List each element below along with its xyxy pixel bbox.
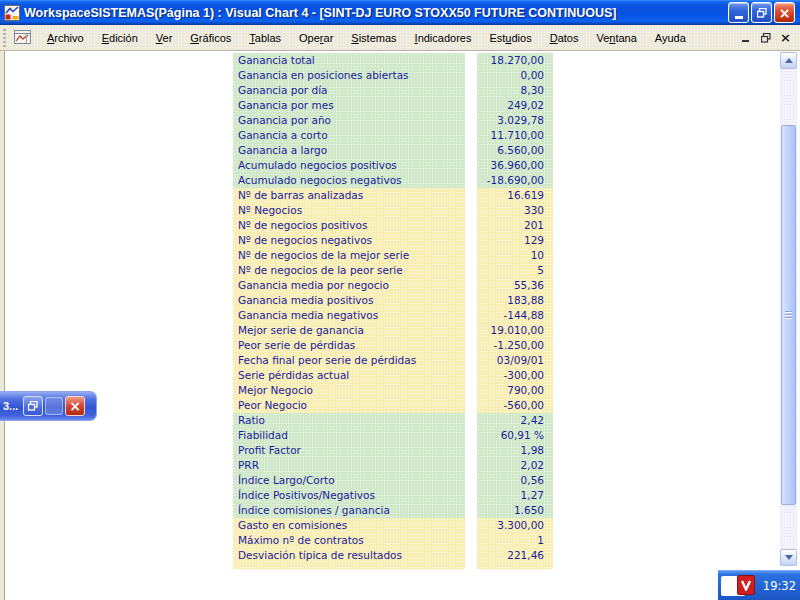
table-row: Nº de negocios de la mejor serie10 xyxy=(233,248,553,263)
table-row: Índice Positivos/Negativos1,27 xyxy=(233,488,553,503)
scrollbar-thumb[interactable] xyxy=(781,125,796,505)
stat-value: 1 xyxy=(477,533,553,548)
mdi-restore-button[interactable] xyxy=(759,31,772,44)
mdi-minimize-button[interactable] xyxy=(739,31,752,44)
table-row: Mejor Negocio790,00 xyxy=(233,383,553,398)
menu-item-ventana[interactable]: Ventana xyxy=(587,28,645,48)
stat-value: 2,02 xyxy=(477,458,553,473)
menu-bar: ArchivoEdiciónVerGráficosTablasOperarSis… xyxy=(38,28,695,48)
taskbar-clock[interactable]: 19:32 xyxy=(763,579,796,593)
document-window-icon[interactable] xyxy=(14,30,32,45)
table-row: Índice Largo/Corto0,56 xyxy=(233,473,553,488)
menu-item-datos[interactable]: Datos xyxy=(541,28,588,48)
stat-value: 0,56 xyxy=(477,473,553,488)
stat-label: Nº de negocios de la peor serie xyxy=(233,263,465,278)
window-controls: × xyxy=(728,2,795,23)
menu-item-tablas[interactable]: Tablas xyxy=(240,28,290,48)
tray-icon-visualchart[interactable] xyxy=(737,575,755,595)
table-row: Ganancia total18.270,00 xyxy=(233,53,553,68)
stat-value: 3.300,00 xyxy=(477,518,553,533)
stat-label: Ganancia por mes xyxy=(233,98,465,113)
stat-label: Desviación típica de resultados xyxy=(233,548,465,563)
column-gap xyxy=(465,68,477,83)
minimized-window-title: 3... xyxy=(3,400,21,412)
column-gap xyxy=(465,398,477,413)
scroll-down-button[interactable] xyxy=(780,549,797,566)
stat-label: Máximo nº de contratos xyxy=(233,533,465,548)
minimize-icon xyxy=(735,16,743,19)
stat-label: Índice Positivos/Negativos xyxy=(233,488,465,503)
stat-label: Ganancia en posiciones abiertas xyxy=(233,68,465,83)
column-gap xyxy=(465,113,477,128)
minimize-button[interactable] xyxy=(728,2,749,23)
close-button[interactable]: × xyxy=(774,2,795,23)
stat-value: 201 xyxy=(477,218,553,233)
stat-label: Ganancia media negativos xyxy=(233,308,465,323)
restore-icon xyxy=(757,8,767,18)
table-row: Desviación típica de resultados221,46 xyxy=(233,548,553,563)
table-row: Ganancia a largo6.560,00 xyxy=(233,143,553,158)
column-gap xyxy=(465,233,477,248)
scroll-up-button[interactable] xyxy=(780,52,797,69)
menu-item-archivo[interactable]: Archivo xyxy=(38,28,93,48)
menu-item-indicadores[interactable]: Indicadores xyxy=(406,28,481,48)
table-row: Ganancia por año3.029,78 xyxy=(233,113,553,128)
column-gap xyxy=(465,308,477,323)
table-row: Ganancia por mes249,02 xyxy=(233,98,553,113)
menu-item-sistemas[interactable]: Sistemas xyxy=(342,28,405,48)
stat-label: Acumulado negocios positivos xyxy=(233,158,465,173)
table-row: Nº Negocios330 xyxy=(233,203,553,218)
stat-label: Nº Negocios xyxy=(233,203,465,218)
menu-item-ayuda[interactable]: Ayuda xyxy=(646,28,695,48)
toolbar-gripper[interactable] xyxy=(3,29,6,47)
table-row: Índice comisiones / ganancia1.650 xyxy=(233,503,553,518)
vertical-scrollbar[interactable] xyxy=(780,52,797,566)
table-row: Ganancia media por negocio55,36 xyxy=(233,278,553,293)
menu-item-edicion[interactable]: Edición xyxy=(93,28,147,48)
stat-label: Nº de negocios de la mejor serie xyxy=(233,248,465,263)
close-icon: × xyxy=(69,399,81,413)
mdi-restore-icon xyxy=(761,33,771,43)
app-icon xyxy=(4,5,20,21)
column-gap xyxy=(465,248,477,263)
column-gap xyxy=(465,263,477,278)
menu-item-graficos[interactable]: Gráficos xyxy=(181,28,240,48)
table-row: Mejor serie de ganancia19.010,00 xyxy=(233,323,553,338)
column-gap xyxy=(465,413,477,428)
minimized-maximize-button[interactable] xyxy=(45,397,63,415)
stat-label: Acumulado negocios negativos xyxy=(233,173,465,188)
arrow-up-icon xyxy=(785,58,793,63)
column-gap xyxy=(465,83,477,98)
stat-value: 183,88 xyxy=(477,293,553,308)
column-gap xyxy=(465,563,477,569)
menu-item-estudios[interactable]: Estudios xyxy=(480,28,540,48)
stat-label: Peor serie de pérdidas xyxy=(233,338,465,353)
column-gap xyxy=(465,158,477,173)
column-gap xyxy=(465,143,477,158)
column-gap xyxy=(465,458,477,473)
stat-label xyxy=(233,563,465,569)
menu-item-operar[interactable]: Operar xyxy=(290,28,342,48)
menu-bar-container: ArchivoEdiciónVerGráficosTablasOperarSis… xyxy=(0,25,800,51)
stat-label: Índice comisiones / ganancia xyxy=(233,503,465,518)
menu-item-ver[interactable]: Ver xyxy=(147,28,182,48)
minimized-restore-button[interactable] xyxy=(23,396,43,416)
stat-label: Profit Factor xyxy=(233,443,465,458)
column-gap xyxy=(465,218,477,233)
stat-value: 36.960,00 xyxy=(477,158,553,173)
stat-label: Ganancia media por negocio xyxy=(233,278,465,293)
stat-label: Índice Largo/Corto xyxy=(233,473,465,488)
stat-label: Mejor serie de ganancia xyxy=(233,323,465,338)
table-row: Fecha final peor serie de pérdidas03/09/… xyxy=(233,353,553,368)
column-gap xyxy=(465,488,477,503)
mdi-close-button[interactable]: × xyxy=(779,31,792,44)
restore-button[interactable] xyxy=(751,2,772,23)
table-row: Ganancia media negativos-144,88 xyxy=(233,308,553,323)
table-row: Profit Factor1,98 xyxy=(233,443,553,458)
stat-label: Ganancia total xyxy=(233,53,465,68)
minimized-close-button[interactable]: × xyxy=(65,396,85,416)
minimized-window-bar: 3... × xyxy=(0,391,97,421)
stat-value: 10 xyxy=(477,248,553,263)
column-gap xyxy=(465,368,477,383)
stat-value: 11.710,00 xyxy=(477,128,553,143)
